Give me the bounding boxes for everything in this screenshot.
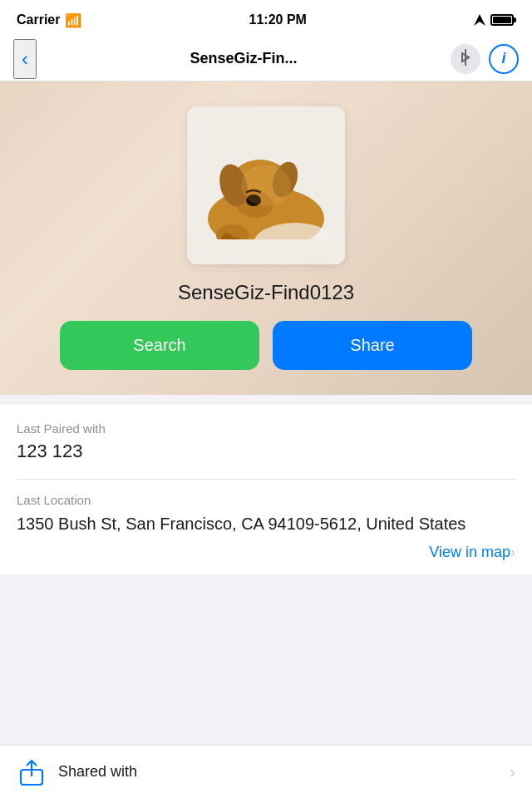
info-button[interactable]: i (489, 44, 519, 74)
status-left: Carrier 📶 (17, 12, 81, 28)
svg-rect-14 (187, 239, 345, 264)
last-paired-value: 123 123 (17, 441, 515, 462)
bottom-bar[interactable]: Shared with › (0, 745, 532, 798)
view-in-map-link[interactable]: View in map (429, 544, 510, 561)
share-icon-box (17, 757, 47, 787)
battery-indicator (490, 14, 515, 26)
status-bar: Carrier 📶 11:20 PM (0, 0, 532, 37)
share-button[interactable]: Share (273, 321, 472, 370)
puppy-image (187, 106, 345, 264)
hero-section: SenseGiz-Find0123 Search Share (0, 81, 532, 395)
svg-marker-0 (474, 14, 485, 26)
shared-with-label: Shared with (58, 763, 137, 781)
location-arrow-icon (474, 14, 485, 26)
carrier-label: Carrier (17, 12, 60, 27)
share-upload-icon (19, 758, 44, 786)
map-link-row: View in map › (17, 544, 515, 574)
last-location-label: Last Location (17, 493, 515, 507)
map-link-chevron-icon: › (510, 544, 515, 561)
nav-icons: i (451, 44, 519, 74)
status-right (474, 14, 515, 26)
wifi-icon: 📶 (65, 12, 81, 28)
device-image (187, 106, 345, 264)
divider-1 (17, 479, 515, 480)
shared-with-row: Shared with (17, 757, 137, 787)
status-time: 11:20 PM (249, 12, 307, 27)
info-section: Last Paired with 123 123 Last Location 1… (0, 405, 532, 574)
action-buttons: Search Share (17, 321, 515, 370)
bottom-chevron-icon: › (510, 762, 515, 781)
svg-point-12 (241, 165, 291, 206)
info-icon: i (501, 50, 505, 67)
device-name-label: SenseGiz-Find0123 (178, 281, 354, 304)
nav-bar: ‹ SenseGiz-Fin... i (0, 37, 532, 81)
back-button[interactable]: ‹ (13, 39, 37, 79)
last-location-value: 1350 Bush St, San Francisco, CA 94109-56… (17, 512, 515, 535)
bluetooth-icon (459, 49, 472, 69)
last-paired-label: Last Paired with (17, 421, 515, 436)
bluetooth-button[interactable] (451, 44, 480, 74)
search-button[interactable]: Search (60, 321, 259, 370)
nav-title: SenseGiz-Fin... (37, 50, 451, 67)
